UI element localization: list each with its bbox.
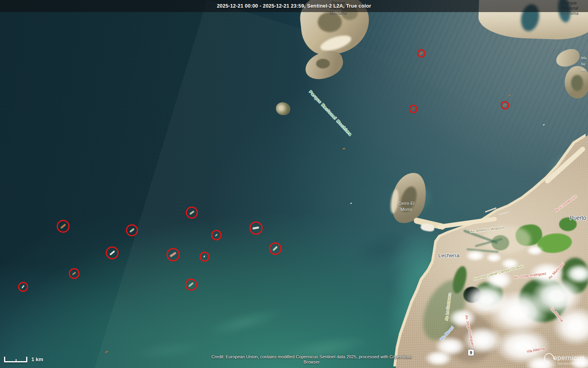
detected-ship [130,228,134,233]
attribution-line-1: Credit: European Union, contains modifie… [212,354,412,360]
detected-ship [411,107,415,110]
vessel-detection-circle [211,230,222,240]
copernicus-logo-row: opernicus [544,353,585,363]
detected-ship [215,234,218,236]
detected-ship [419,52,423,55]
detected-ship [21,285,25,289]
vessel-detection-circle [106,246,119,259]
layer-title: 2025-12-21 00:00 - 2025-12-21 23:59, Sen… [217,3,371,9]
vessel-detection-circle [186,207,198,219]
scale-bracket [4,357,27,362]
vessel-detection-circle [57,220,70,233]
vessel-detection-circle [18,282,28,292]
vessel-detections-layer [0,0,588,368]
detected-ship [60,224,66,229]
detected-ship [503,104,507,106]
timestamp-bar: 2025-12-21 00:00 - 2025-12-21 23:59, Sen… [0,0,588,12]
detected-ship [109,250,115,255]
detected-ship [253,226,259,229]
attribution-line-2: Browser [212,360,412,365]
detected-ship [188,282,193,287]
vessel-detection-circle [185,279,197,291]
vessel-detection-circle [269,242,282,255]
copernicus-logo-text: opernicus [553,354,585,362]
vessel-detection-circle [126,224,138,236]
detected-ship [170,252,177,257]
vessel-detection-circle [501,101,509,110]
detected-ship [204,255,206,257]
satellite-map-canvas[interactable]: 9 ParqueNacionalMochimaParqueNacionalMoc… [0,0,588,368]
vessel-detection-circle [199,252,210,262]
vessel-detection-circle [69,268,80,279]
map-scale-bar: 1 km [4,357,43,362]
copernicus-tagline: Data Space Ecosystem [558,362,584,365]
vessel-detection-circle [417,49,426,58]
vessel-detection-circle [249,221,263,235]
vessel-detection-circle [409,105,417,113]
detected-ship [72,272,76,275]
detected-ship [189,211,195,215]
detected-ship [273,246,278,251]
copernicus-logo: opernicus Data Space Ecosystem [544,353,585,365]
attribution-text: Credit: European Union, contains modifie… [212,354,412,365]
scale-label: 1 km [31,357,43,362]
vessel-detection-circle [167,248,180,261]
copernicus-c-icon [542,351,556,365]
